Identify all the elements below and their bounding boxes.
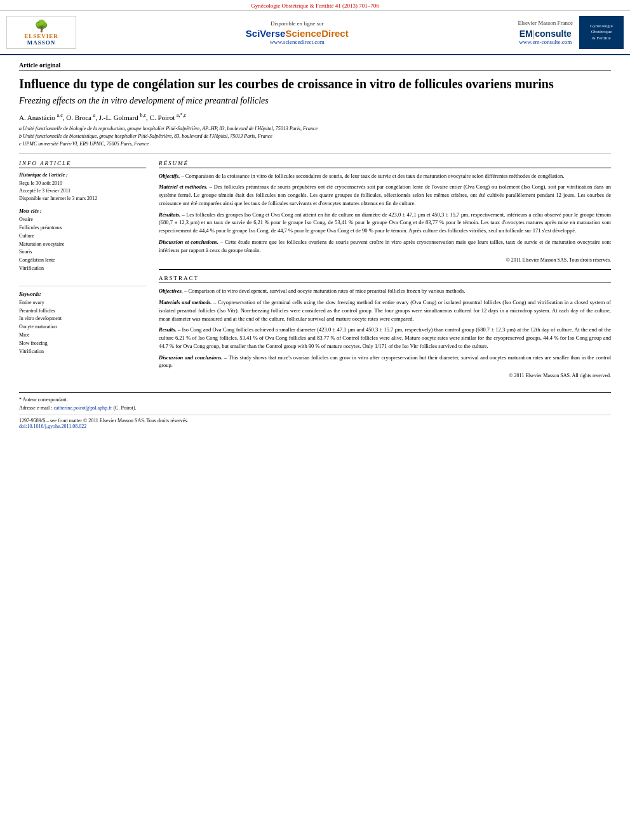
abstract-header: ABSTRACT: [159, 275, 611, 283]
materiel-label: Matériel et méthodes.: [159, 183, 208, 190]
email-suffix: (C. Poirot).: [113, 405, 136, 411]
masson-text: MASSON: [27, 39, 56, 46]
em-consulte-label: EM|consulte: [519, 29, 572, 39]
article-type: Article original: [19, 62, 611, 70]
objectifs-text: – Comparaison de la croissance in vitro …: [181, 173, 564, 179]
asterisk-note: * Auteur correspondant.: [19, 397, 611, 403]
sciverse-url[interactable]: www.sciencedirect.com: [270, 39, 325, 45]
abstract-copyright: © 2011 Elsevier Masson SAS. All rights r…: [159, 373, 611, 378]
accepte-date: Accepté le 3 février 2011: [19, 187, 146, 194]
objectifs-paragraph: Objectifs. – Comparaison de la croissanc…: [159, 172, 611, 180]
kw-fr-1: Ovaire: [19, 216, 146, 224]
keywords-en-list: Entire ovary Preantral follicles In vitr…: [19, 299, 146, 356]
elsevier-text: ELSEVIER: [24, 33, 58, 39]
kw-fr-4: Maturation ovocytaire: [19, 241, 146, 249]
materials-paragraph: Materials and methods. – Cryopreservatio…: [159, 298, 611, 323]
em-consulte-url[interactable]: www.em-consulte.com: [519, 39, 572, 45]
resume-text: Objectifs. – Comparaison de la croissanc…: [159, 172, 611, 255]
discussion-text: – Cette étude montre que les follicules …: [159, 239, 611, 253]
keywords-fr-list: Ovaire Follicules préantraux Culture Mat…: [19, 216, 146, 273]
historique-label: Historique de l'article :: [19, 172, 146, 178]
disponible-label: Disponible en ligne sur: [271, 20, 324, 27]
email-link[interactable]: catherine.poirot@psl.aphp.fr: [53, 405, 112, 411]
objectives-text: – Comparison of in vitro development, su…: [184, 288, 465, 294]
kw-fr-5: Souris: [19, 248, 146, 257]
journal-badge-title: GynécologieObstétrique& Fertilité: [590, 23, 613, 41]
kw-fr-2: Follicules préantraux: [19, 224, 146, 232]
email-note: Adresse e-mail : catherine.poirot@psl.ap…: [19, 405, 611, 411]
kw-fr-7: Vitrification: [19, 265, 146, 273]
kw-en-6: Slow freezing: [19, 340, 146, 348]
kw-en-1: Entire ovary: [19, 299, 146, 307]
journal-badge: GynécologieObstétrique& Fertilité: [579, 16, 624, 49]
abstract-section: ABSTRACT Objectives. – Comparison of in …: [159, 269, 611, 378]
kw-fr-6: Congélation lente: [19, 257, 146, 265]
en-discussion-label: Discussion and conclusions.: [159, 354, 222, 361]
keywords-en-header: Keywords: Entire ovary Preantral follicl…: [19, 286, 146, 356]
objectives-paragraph: Objectives. – Comparison of in vitro dev…: [159, 287, 611, 295]
rights-text: – see front matter © 2011 Elsevier Masso…: [46, 418, 188, 423]
keywords-en-label: Keywords:: [19, 291, 146, 297]
materiel-text: – Des follicules préantraux de souris pr…: [159, 183, 611, 206]
kw-en-4: Oocyte maturation: [19, 323, 146, 331]
left-column: INFO ARTICLE Historique de l'article : R…: [19, 160, 146, 383]
kw-fr-3: Culture: [19, 232, 146, 241]
article-title-fr: Influence du type de congélation sur les…: [19, 76, 611, 92]
top-bar: Gynécologie Obstétrique & Fertilité 41 (…: [0, 0, 630, 11]
materiel-paragraph: Matériel et méthodes. – Des follicules p…: [159, 183, 611, 207]
kw-en-5: Mice: [19, 331, 146, 340]
info-article-header: INFO ARTICLE: [19, 160, 146, 168]
header-section: 🌳 ELSEVIER MASSON Disponible en ligne su…: [0, 11, 630, 55]
journal-citation: Gynécologie Obstétrique & Fertilité 41 (…: [251, 3, 379, 9]
kw-en-2: Preantral follicles: [19, 307, 146, 316]
results-text: – Iso Cong and Ova Cong follicles achiev…: [159, 326, 611, 349]
sciverse-label: SciVerse ScienceDirect: [246, 28, 349, 39]
resultats-paragraph: Résultats. – Les follicules des groupes …: [159, 211, 611, 235]
mots-cles-label: Mots clés :: [19, 208, 146, 214]
objectives-label: Objectives.: [159, 288, 183, 294]
article-title-en: Freezing effects on the in vitro develop…: [19, 96, 611, 106]
affiliations: a Unité fonctionnelle de biologie de la …: [19, 125, 611, 154]
resume-header: RÉSUMÉ: [159, 160, 611, 168]
kw-en-7: Vitrification: [19, 348, 146, 356]
affiliation-b: b Unité fonctionnelle de biostatistique,…: [19, 133, 611, 140]
resultats-text: – Les follicules des groupes Iso Cong et…: [159, 211, 611, 234]
elsevier-logo: 🌳 ELSEVIER MASSON: [6, 16, 76, 49]
en-discussion-text: – This study shows that mice's ovarian f…: [159, 354, 611, 369]
discussion-label: Discussion et conclusions.: [159, 239, 218, 245]
header-right: Elsevier Masson France EM|consulte www.e…: [518, 16, 573, 49]
disponible-date: Disponible sur Internet le 3 mars 2012: [19, 195, 146, 202]
elsevier-masson-france: Elsevier Masson France: [518, 20, 573, 26]
authors-line: A. Anastácio a,c, O. Broca a, J.-L. Golm…: [19, 112, 611, 121]
materials-text: – Cryopreservation of the germinal cells…: [159, 299, 611, 322]
kw-en-3: In vitro development: [19, 315, 146, 323]
results-paragraph: Results. – Iso Cong and Ova Cong follicl…: [159, 326, 611, 350]
affiliation-a: a Unité fonctionnelle de biologie de la …: [19, 125, 611, 133]
issn-line: 1297-9589/$ – see front matter © 2011 El…: [19, 415, 611, 429]
resultats-label: Résultats.: [159, 211, 180, 218]
footer-section: * Auteur correspondant. Adresse e-mail :…: [19, 392, 611, 429]
right-column: RÉSUMÉ Objectifs. – Comparaison de la cr…: [159, 160, 611, 383]
recu-date: Reçu le 30 août 2010: [19, 180, 146, 187]
results-label: Results.: [159, 326, 177, 333]
doi-link[interactable]: doi:10.1016/j.gyohe.2011.08.022: [19, 423, 86, 429]
en-discussion-paragraph: Discussion and conclusions. – This study…: [159, 354, 611, 370]
resume-copyright: © 2011 Elsevier Masson SAS. Tous droits …: [159, 257, 611, 263]
header-center: Disponible en ligne sur SciVerse Science…: [83, 16, 512, 49]
main-content: Article original Influence du type de co…: [0, 55, 630, 436]
objectifs-label: Objectifs.: [159, 173, 180, 179]
discussion-paragraph: Discussion et conclusions. – Cette étude…: [159, 238, 611, 255]
tree-icon: 🌳: [34, 19, 48, 33]
issn-text: 1297-9589/$: [19, 418, 45, 423]
email-label: Adresse e-mail :: [19, 405, 52, 411]
abstract-text: Objectives. – Comparison of in vitro dev…: [159, 287, 611, 370]
affiliation-c: c UPMC université Paris-VI, ER9 UPMC, 75…: [19, 140, 611, 148]
materials-label: Materials and methods.: [159, 299, 211, 305]
